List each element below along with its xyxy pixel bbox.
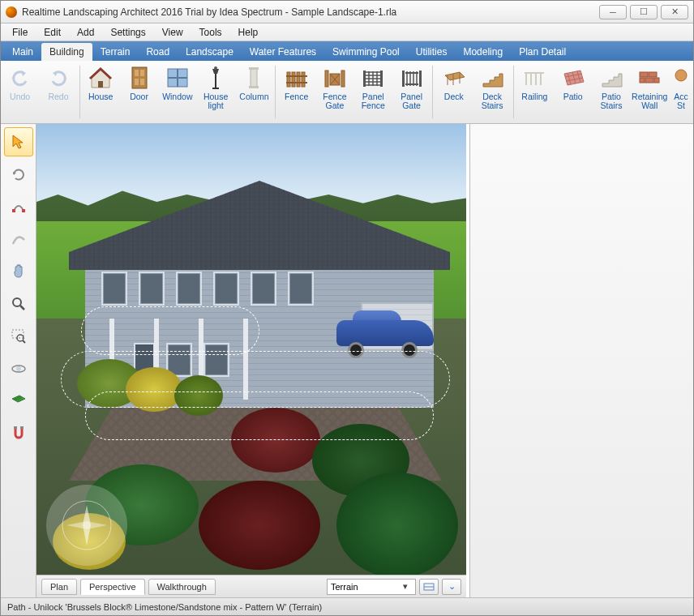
fence-button[interactable]: Fence: [277, 62, 315, 122]
chevron-down-icon: ▾: [399, 581, 412, 592]
house-window: [213, 272, 239, 306]
minimize-button[interactable]: ─: [599, 5, 627, 19]
tab-plan-detail[interactable]: Plan Detail: [511, 43, 574, 61]
menu-settings[interactable]: Settings: [102, 25, 153, 40]
deck-label: Deck: [444, 92, 464, 101]
svg-rect-16: [292, 72, 295, 87]
grid-tool[interactable]: [4, 387, 33, 416]
snap-tool[interactable]: [4, 419, 33, 448]
patio-button[interactable]: Patio: [554, 62, 592, 122]
retaining-wall-icon: [637, 66, 662, 90]
status-text: Path - Unilock 'Brussels Block® Limeston…: [7, 602, 322, 612]
tab-road[interactable]: Road: [138, 43, 178, 61]
selection-outline: [85, 391, 434, 440]
tab-building[interactable]: Building: [41, 43, 92, 61]
svg-rect-51: [540, 74, 542, 85]
svg-rect-60: [645, 78, 653, 83]
window-label: Window: [162, 92, 192, 101]
titlebar: Realtime Landscaping Architect 2016 Tria…: [1, 1, 693, 24]
menu-tools[interactable]: Tools: [191, 25, 230, 40]
rotate-tool[interactable]: [4, 160, 33, 189]
maximize-button[interactable]: ☐: [630, 5, 658, 19]
svg-rect-13: [249, 67, 259, 70]
railing-button[interactable]: Railing: [516, 62, 554, 122]
undo-label: Undo: [10, 92, 30, 101]
house-button[interactable]: House: [82, 62, 120, 122]
scene-3d: [36, 124, 466, 597]
panel-gate-button[interactable]: Panel Gate: [392, 62, 431, 122]
menu-help[interactable]: Help: [230, 25, 267, 40]
retaining-wall-button[interactable]: Retaining Wall: [631, 62, 669, 122]
pan-tool[interactable]: [4, 257, 33, 286]
deck-button[interactable]: Deck: [435, 62, 473, 122]
zoom-selection-tool[interactable]: [4, 322, 33, 351]
selection-outline: [81, 306, 259, 355]
fence-gate-button[interactable]: Fence Gate: [315, 62, 353, 122]
view-tab-perspective[interactable]: Perspective: [80, 579, 144, 595]
tab-landscape[interactable]: Landscape: [178, 43, 242, 61]
svg-line-69: [23, 340, 25, 343]
svg-rect-49: [530, 74, 532, 85]
svg-rect-63: [12, 209, 15, 212]
house-light-button[interactable]: House light: [196, 62, 234, 122]
menu-edit[interactable]: Edit: [36, 25, 69, 40]
window-controls: ─ ☐ ✕: [599, 5, 688, 19]
accessory-button[interactable]: Acc St: [669, 62, 693, 122]
viewport[interactable]: Plan Perspective Walkthrough Terrain ▾ ⌄: [36, 124, 469, 597]
svg-rect-1: [132, 67, 147, 88]
deck-stairs-button[interactable]: Deck Stairs: [473, 62, 511, 122]
door-button[interactable]: Door: [120, 62, 158, 122]
window-button[interactable]: Window: [158, 62, 196, 122]
fence-label: Fence: [285, 92, 308, 101]
svg-rect-5: [140, 79, 144, 85]
house-icon: [88, 66, 113, 90]
workarea: Plan Perspective Walkthrough Terrain ▾ ⌄: [1, 124, 693, 597]
svg-rect-50: [535, 74, 537, 85]
column-button[interactable]: Column: [235, 62, 273, 122]
tab-swimming-pool[interactable]: Swimming Pool: [324, 43, 408, 61]
svg-rect-0: [98, 81, 103, 88]
menu-file[interactable]: File: [4, 25, 36, 40]
house-label: House: [88, 92, 113, 101]
svg-rect-76: [14, 426, 17, 429]
menu-view[interactable]: View: [154, 25, 191, 40]
tab-terrain[interactable]: Terrain: [92, 43, 139, 61]
compass-widget[interactable]: [46, 485, 127, 566]
svg-point-65: [13, 298, 21, 306]
edit-points-tool[interactable]: [4, 192, 33, 221]
view-tab-walkthrough[interactable]: Walkthrough: [148, 579, 216, 595]
svg-rect-12: [251, 69, 257, 87]
tab-utilities[interactable]: Utilities: [408, 43, 456, 61]
view-tab-plan[interactable]: Plan: [41, 579, 77, 595]
tab-main[interactable]: Main: [4, 43, 41, 61]
svg-rect-9: [215, 72, 216, 88]
separator: [79, 66, 80, 118]
close-button[interactable]: ✕: [661, 5, 688, 19]
panel-fence-button[interactable]: Panel Fence: [354, 62, 392, 122]
svg-point-62: [675, 70, 687, 81]
tab-water-features[interactable]: Water Features: [242, 43, 324, 61]
curve-tool[interactable]: [4, 225, 33, 254]
app-icon: [6, 6, 17, 18]
layer-dropdown[interactable]: Terrain ▾: [327, 579, 416, 595]
house-window: [139, 272, 165, 306]
door-label: Door: [130, 92, 148, 101]
zoom-tool[interactable]: [4, 289, 33, 319]
svg-rect-14: [249, 86, 259, 88]
svg-rect-58: [649, 72, 657, 77]
select-tool[interactable]: [4, 127, 33, 156]
car-model: [336, 310, 434, 355]
layer-options-button[interactable]: ⌄: [442, 579, 461, 595]
orbit-tool[interactable]: [4, 354, 33, 383]
car-body: [336, 320, 434, 346]
panel-gate-icon: [400, 66, 424, 90]
redo-button[interactable]: Redo: [39, 62, 77, 122]
patio-stairs-button[interactable]: Patio Stairs: [592, 62, 630, 122]
layer-visibility-button[interactable]: [419, 579, 439, 595]
fence-icon: [285, 66, 309, 90]
tab-modeling[interactable]: Modeling: [455, 43, 511, 61]
menu-add[interactable]: Add: [69, 25, 102, 40]
undo-button[interactable]: Undo: [1, 62, 39, 122]
panel-gate-label: Panel Gate: [401, 92, 422, 110]
svg-rect-18: [302, 72, 305, 87]
